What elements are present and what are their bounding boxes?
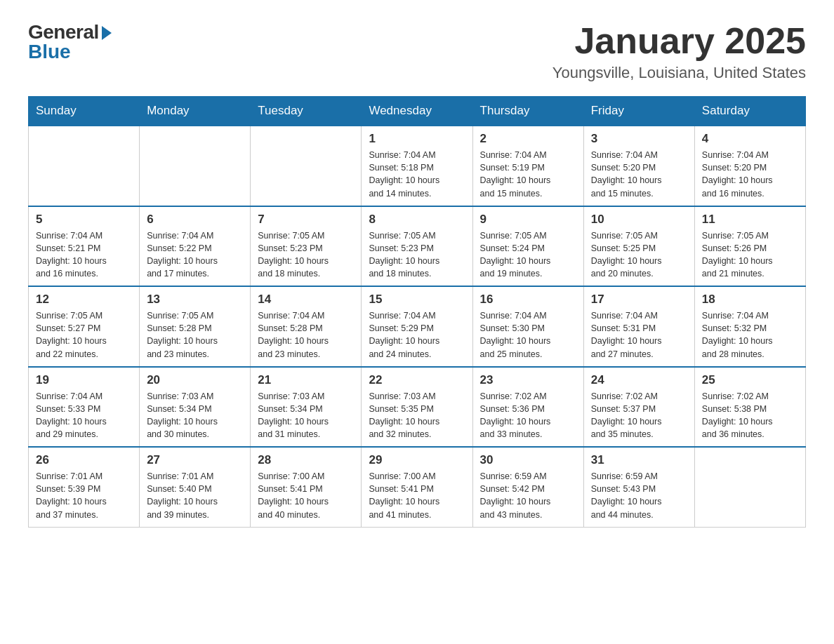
day-info: Sunrise: 7:04 AMSunset: 5:20 PMDaylight:… — [591, 149, 687, 200]
calendar-cell — [29, 126, 140, 206]
day-info: Sunrise: 7:04 AMSunset: 5:20 PMDaylight:… — [702, 149, 798, 200]
day-info: Sunrise: 7:03 AMSunset: 5:34 PMDaylight:… — [147, 390, 243, 441]
calendar-table: SundayMondayTuesdayWednesdayThursdayFrid… — [28, 96, 806, 528]
calendar-cell: 27Sunrise: 7:01 AMSunset: 5:40 PMDayligh… — [140, 447, 251, 527]
day-info: Sunrise: 7:04 AMSunset: 5:29 PMDaylight:… — [369, 309, 465, 361]
calendar-cell: 4Sunrise: 7:04 AMSunset: 5:20 PMDaylight… — [694, 126, 805, 206]
calendar-week-row: 26Sunrise: 7:01 AMSunset: 5:39 PMDayligh… — [29, 447, 806, 527]
calendar-cell — [140, 126, 251, 206]
day-info: Sunrise: 7:02 AMSunset: 5:36 PMDaylight:… — [480, 390, 576, 441]
logo-arrow-icon — [102, 26, 112, 40]
day-info: Sunrise: 7:02 AMSunset: 5:38 PMDaylight:… — [702, 390, 798, 441]
day-number: 22 — [369, 373, 465, 387]
day-number: 7 — [258, 213, 354, 227]
day-number: 6 — [147, 213, 243, 227]
calendar-cell: 6Sunrise: 7:04 AMSunset: 5:22 PMDaylight… — [140, 206, 251, 287]
calendar-cell: 30Sunrise: 6:59 AMSunset: 5:42 PMDayligh… — [472, 447, 583, 527]
calendar-cell: 29Sunrise: 7:00 AMSunset: 5:41 PMDayligh… — [362, 447, 472, 527]
calendar-cell — [694, 447, 805, 527]
day-number: 23 — [480, 373, 576, 387]
calendar-week-row: 19Sunrise: 7:04 AMSunset: 5:33 PMDayligh… — [29, 367, 806, 448]
day-number: 4 — [702, 132, 798, 146]
day-info: Sunrise: 7:04 AMSunset: 5:18 PMDaylight:… — [369, 149, 465, 200]
day-number: 15 — [369, 293, 465, 307]
calendar-cell: 21Sunrise: 7:03 AMSunset: 5:34 PMDayligh… — [251, 367, 362, 448]
calendar-title: January 2025 — [552, 21, 806, 61]
weekday-header-sunday: Sunday — [29, 97, 140, 126]
day-number: 14 — [258, 293, 354, 307]
weekday-header-thursday: Thursday — [472, 97, 583, 126]
calendar-week-row: 1Sunrise: 7:04 AMSunset: 5:18 PMDaylight… — [29, 126, 806, 206]
logo-blue-text: Blue — [28, 41, 71, 63]
weekday-header-monday: Monday — [140, 97, 251, 126]
calendar-cell: 1Sunrise: 7:04 AMSunset: 5:18 PMDaylight… — [362, 126, 472, 206]
day-info: Sunrise: 7:02 AMSunset: 5:37 PMDaylight:… — [591, 390, 687, 441]
day-number: 9 — [480, 213, 576, 227]
day-info: Sunrise: 7:03 AMSunset: 5:34 PMDaylight:… — [258, 390, 354, 441]
calendar-cell: 26Sunrise: 7:01 AMSunset: 5:39 PMDayligh… — [29, 447, 140, 527]
calendar-cell: 18Sunrise: 7:04 AMSunset: 5:32 PMDayligh… — [694, 286, 805, 367]
day-info: Sunrise: 7:00 AMSunset: 5:41 PMDaylight:… — [369, 470, 465, 521]
day-info: Sunrise: 7:05 AMSunset: 5:25 PMDaylight:… — [591, 229, 687, 281]
day-number: 18 — [702, 293, 798, 307]
day-number: 29 — [369, 453, 465, 467]
day-number: 17 — [591, 293, 687, 307]
day-info: Sunrise: 7:04 AMSunset: 5:30 PMDaylight:… — [480, 309, 576, 361]
day-number: 30 — [480, 453, 576, 467]
day-info: Sunrise: 7:04 AMSunset: 5:32 PMDaylight:… — [702, 309, 798, 361]
calendar-cell: 3Sunrise: 7:04 AMSunset: 5:20 PMDaylight… — [583, 126, 694, 206]
calendar-cell: 13Sunrise: 7:05 AMSunset: 5:28 PMDayligh… — [140, 286, 251, 367]
calendar-cell: 10Sunrise: 7:05 AMSunset: 5:25 PMDayligh… — [583, 206, 694, 287]
day-number: 28 — [258, 453, 354, 467]
calendar-cell: 11Sunrise: 7:05 AMSunset: 5:26 PMDayligh… — [694, 206, 805, 287]
weekday-header-wednesday: Wednesday — [362, 97, 472, 126]
day-info: Sunrise: 7:05 AMSunset: 5:27 PMDaylight:… — [36, 309, 132, 361]
day-number: 26 — [36, 453, 132, 467]
day-number: 20 — [147, 373, 243, 387]
day-info: Sunrise: 7:05 AMSunset: 5:23 PMDaylight:… — [369, 229, 465, 281]
calendar-subtitle: Youngsville, Louisiana, United States — [552, 64, 806, 82]
day-info: Sunrise: 7:04 AMSunset: 5:31 PMDaylight:… — [591, 309, 687, 361]
weekday-header-row: SundayMondayTuesdayWednesdayThursdayFrid… — [29, 97, 806, 126]
day-info: Sunrise: 7:05 AMSunset: 5:24 PMDaylight:… — [480, 229, 576, 281]
calendar-cell: 31Sunrise: 6:59 AMSunset: 5:43 PMDayligh… — [583, 447, 694, 527]
calendar-cell: 19Sunrise: 7:04 AMSunset: 5:33 PMDayligh… — [29, 367, 140, 448]
day-number: 8 — [369, 213, 465, 227]
calendar-cell — [251, 126, 362, 206]
day-number: 24 — [591, 373, 687, 387]
calendar-cell: 23Sunrise: 7:02 AMSunset: 5:36 PMDayligh… — [472, 367, 583, 448]
day-info: Sunrise: 7:03 AMSunset: 5:35 PMDaylight:… — [369, 390, 465, 441]
title-section: January 2025 Youngsville, Louisiana, Uni… — [552, 21, 806, 82]
calendar-cell: 22Sunrise: 7:03 AMSunset: 5:35 PMDayligh… — [362, 367, 472, 448]
day-info: Sunrise: 7:05 AMSunset: 5:28 PMDaylight:… — [147, 309, 243, 361]
day-number: 25 — [702, 373, 798, 387]
day-number: 5 — [36, 213, 132, 227]
calendar-cell: 28Sunrise: 7:00 AMSunset: 5:41 PMDayligh… — [251, 447, 362, 527]
calendar-cell: 17Sunrise: 7:04 AMSunset: 5:31 PMDayligh… — [583, 286, 694, 367]
day-number: 12 — [36, 293, 132, 307]
calendar-week-row: 5Sunrise: 7:04 AMSunset: 5:21 PMDaylight… — [29, 206, 806, 287]
calendar-cell: 2Sunrise: 7:04 AMSunset: 5:19 PMDaylight… — [472, 126, 583, 206]
day-number: 3 — [591, 132, 687, 146]
calendar-cell: 9Sunrise: 7:05 AMSunset: 5:24 PMDaylight… — [472, 206, 583, 287]
day-info: Sunrise: 7:04 AMSunset: 5:28 PMDaylight:… — [258, 309, 354, 361]
calendar-cell: 16Sunrise: 7:04 AMSunset: 5:30 PMDayligh… — [472, 286, 583, 367]
day-info: Sunrise: 7:05 AMSunset: 5:23 PMDaylight:… — [258, 229, 354, 281]
day-info: Sunrise: 7:01 AMSunset: 5:39 PMDaylight:… — [36, 470, 132, 521]
calendar-cell: 12Sunrise: 7:05 AMSunset: 5:27 PMDayligh… — [29, 286, 140, 367]
day-info: Sunrise: 7:04 AMSunset: 5:22 PMDaylight:… — [147, 229, 243, 281]
calendar-cell: 25Sunrise: 7:02 AMSunset: 5:38 PMDayligh… — [694, 367, 805, 448]
day-number: 16 — [480, 293, 576, 307]
calendar-cell: 8Sunrise: 7:05 AMSunset: 5:23 PMDaylight… — [362, 206, 472, 287]
day-info: Sunrise: 7:00 AMSunset: 5:41 PMDaylight:… — [258, 470, 354, 521]
logo: General Blue — [28, 21, 112, 63]
day-info: Sunrise: 7:04 AMSunset: 5:19 PMDaylight:… — [480, 149, 576, 200]
day-number: 31 — [591, 453, 687, 467]
day-number: 11 — [702, 213, 798, 227]
calendar-cell: 5Sunrise: 7:04 AMSunset: 5:21 PMDaylight… — [29, 206, 140, 287]
calendar-cell: 24Sunrise: 7:02 AMSunset: 5:37 PMDayligh… — [583, 367, 694, 448]
day-number: 10 — [591, 213, 687, 227]
day-number: 13 — [147, 293, 243, 307]
day-info: Sunrise: 7:01 AMSunset: 5:40 PMDaylight:… — [147, 470, 243, 521]
day-info: Sunrise: 7:04 AMSunset: 5:21 PMDaylight:… — [36, 229, 132, 281]
